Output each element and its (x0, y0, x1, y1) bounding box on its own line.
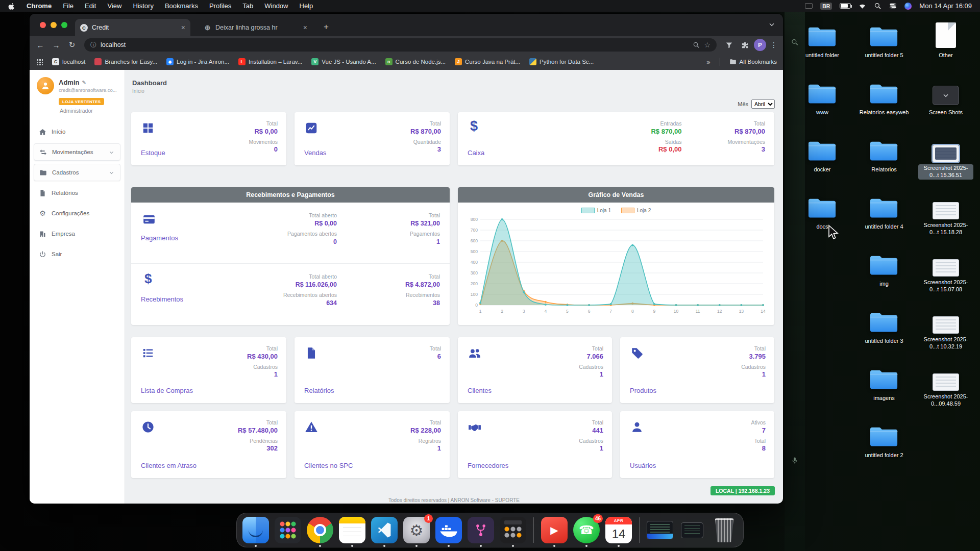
zoom-window-button[interactable] (61, 22, 67, 28)
address-bar[interactable]: ⓘ ☆ (84, 38, 717, 52)
reload-button[interactable]: ↻ (65, 40, 79, 49)
tab-deixar-linha[interactable]: ⊕ Deixar linha grossa hr × (199, 19, 312, 36)
dock-finder[interactable] (242, 517, 269, 543)
desktop-icon[interactable]: docs (794, 192, 850, 231)
month-select[interactable]: Abril (751, 99, 775, 109)
card-lista-de-compras[interactable]: Total R$ 430,00 Cadastros 1 Lista de Com… (131, 337, 286, 403)
row-title[interactable]: Pagamentos (141, 234, 178, 242)
receivables-row[interactable]: $ Recebimentos Total aberto R$ 116.026,0… (131, 263, 450, 324)
dock-trash[interactable] (711, 517, 738, 543)
bookmark-star-icon[interactable]: ☆ (704, 41, 710, 49)
sidebar-item-sair[interactable]: Sair (34, 245, 120, 263)
card-usuarios[interactable]: Ativos 7 Total 8 Usuários (620, 411, 774, 478)
card-title[interactable]: Caixa (468, 149, 484, 158)
forward-button[interactable]: → (50, 41, 63, 49)
dock-settings[interactable]: 1 ⚙ (403, 517, 430, 543)
card-title[interactable]: Produtos (630, 387, 656, 395)
back-button[interactable]: ← (34, 41, 47, 49)
dock-vscode[interactable] (371, 517, 398, 543)
card-fornecedores[interactable]: Total 441 Cadastros 1 Fornecedores (458, 411, 612, 478)
all-bookmarks-button[interactable]: All Bookmarks (729, 58, 777, 65)
sidebar-item-empresa[interactable]: Empresa (34, 225, 120, 242)
spotlight-icon[interactable] (874, 2, 881, 10)
bookmark-python[interactable]: Python for Data Sc... (529, 58, 594, 65)
edit-icon[interactable]: ✎ (82, 80, 86, 85)
desktop-icon[interactable]: Screenshot 2025-0...t 15.18.28 (918, 192, 974, 237)
menu-file[interactable]: File (63, 2, 74, 10)
bookmark-localhost[interactable]: C localhost (52, 58, 85, 65)
input-source-badge[interactable]: BR (820, 3, 832, 10)
dock-calendar[interactable]: APR 14 (605, 517, 632, 543)
close-window-button[interactable] (40, 22, 46, 28)
control-center-icon[interactable] (889, 2, 897, 10)
siri-icon[interactable] (904, 3, 912, 10)
card-title[interactable]: Clientes (468, 387, 492, 395)
apps-grid-icon[interactable] (36, 58, 43, 65)
card-clientes[interactable]: Total 7.066 Cadastros 1 Clientes (458, 337, 612, 403)
menu-help[interactable]: Help (300, 2, 313, 10)
site-info-icon[interactable]: ⓘ (90, 41, 96, 49)
desktop-icon[interactable]: Screenshot 2025-0...09.48.59 (918, 363, 974, 408)
extensions-puzzle-icon[interactable] (738, 41, 751, 49)
lens-icon[interactable] (693, 41, 700, 48)
menu-bookmarks[interactable]: Bookmarks (165, 2, 198, 10)
desktop-icon[interactable]: Screen Shots (918, 78, 974, 117)
tab-search-button[interactable] (768, 20, 776, 29)
desktop-icon[interactable]: img (856, 249, 912, 288)
desktop-icon[interactable]: Relatorios (856, 135, 912, 174)
dock-fork[interactable] (468, 517, 494, 543)
new-tab-button[interactable]: + (320, 20, 333, 34)
sidebar-item-relatorios[interactable]: Relatórios (34, 184, 120, 202)
wifi-icon[interactable] (859, 2, 866, 10)
close-tab-icon[interactable]: × (181, 23, 185, 32)
desktop-icon[interactable]: www (794, 78, 850, 117)
desktop-icon[interactable]: untitled folder 4 (856, 192, 912, 231)
card-title[interactable]: Relatórios (304, 387, 334, 395)
menu-profiles[interactable]: Profiles (209, 2, 231, 10)
filter-extension-icon[interactable] (722, 41, 736, 49)
bookmark-jira[interactable]: ◆ Log in - Jira Anron... (166, 58, 229, 65)
minimize-window-button[interactable] (51, 22, 57, 28)
menu-tab[interactable]: Tab (242, 2, 253, 10)
apple-menu-icon[interactable] (8, 3, 15, 10)
card-title[interactable]: Estoque (141, 149, 165, 158)
card-title[interactable]: Usuários (630, 462, 656, 470)
desktop-icon[interactable]: docker (794, 135, 850, 174)
url-input[interactable] (101, 41, 689, 48)
menu-window[interactable]: Window (264, 2, 288, 10)
menu-edit[interactable]: Edit (85, 2, 96, 10)
card-title[interactable]: Lista de Compras (141, 387, 193, 395)
payments-row[interactable]: Pagamentos Total aberto R$ 0,00 Pagament… (131, 203, 450, 263)
desktop-icon[interactable]: untitled folder 5 (856, 20, 912, 60)
card-title[interactable]: Clientes no SPC (304, 462, 353, 470)
browser-menu-icon[interactable]: ⋮ (769, 41, 779, 49)
bookmarks-overflow-icon[interactable]: » (706, 58, 710, 66)
close-tab-icon[interactable]: × (303, 23, 307, 32)
card-clientes-no-spc[interactable]: Total R$ 228,00 Registros 1 Clientes no … (295, 411, 450, 478)
desktop-icon-selected[interactable]: Screenshot 2025-0...t 15.36.51 (918, 135, 974, 180)
dock-notes[interactable] (339, 517, 365, 543)
sidebar-item-inicio[interactable]: Início (34, 123, 120, 140)
card-caixa[interactable]: $ Entradas R$ 870,00 Saídas R$ 0,00 Tota… (458, 112, 774, 165)
desktop-icon[interactable]: Relatorios-easyweb (856, 78, 912, 117)
menu-history[interactable]: History (133, 2, 153, 10)
status-extra-icon[interactable] (805, 3, 813, 9)
sidebar-item-cadastros[interactable]: Cadastros (34, 164, 120, 181)
battery-icon[interactable] (840, 3, 851, 9)
dock-chrome[interactable] (307, 517, 333, 543)
card-title[interactable]: Vendas (304, 149, 326, 158)
dock-minimized-window-2[interactable] (679, 517, 705, 543)
avatar[interactable] (37, 77, 54, 94)
card-produtos[interactable]: Total 3.795 Cadastros 1 Produtos (620, 337, 774, 403)
desktop-icon[interactable]: untitled folder 2 (856, 420, 912, 460)
card-vendas[interactable]: Total R$ 870,00 Quantidade 3 Vendas (295, 112, 450, 165)
bookmark-node[interactable]: n Curso de Node.js... (385, 58, 446, 65)
dock-docker[interactable] (435, 517, 462, 543)
dock-whatsapp[interactable]: 46 ☎ (573, 517, 600, 543)
tab-credit[interactable]: C Credit × (75, 19, 190, 36)
dock-red-app[interactable]: ▶ (541, 517, 568, 543)
menubar-clock[interactable]: Mon 14 Apr 16:09 (919, 2, 972, 10)
bookmark-branches[interactable]: Branches for Easy... (94, 58, 157, 65)
bookmark-laravel[interactable]: L Installation – Larav... (238, 58, 302, 65)
profile-avatar[interactable]: P (754, 39, 766, 51)
